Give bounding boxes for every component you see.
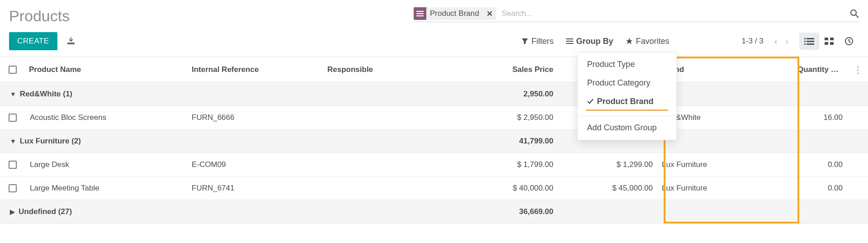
svg-line-4 xyxy=(856,15,859,18)
table-row[interactable]: Large Meeting Table FURN_6741 $ 40,000.0… xyxy=(0,176,868,200)
cell-cost: $ 45,000.00 xyxy=(559,184,658,193)
group-row[interactable]: ▼ Lux Furniture (2) 41,799.00 xyxy=(0,129,868,153)
svg-rect-18 xyxy=(830,42,834,45)
svg-rect-17 xyxy=(825,42,828,45)
filters-button[interactable]: Filters xyxy=(521,37,553,46)
cell-name: Large Desk xyxy=(25,160,188,169)
groupby-dropdown: Product Type Product Category Product Br… xyxy=(577,52,677,140)
group-sum-sales: 36,669.00 xyxy=(450,207,559,216)
search-icon[interactable] xyxy=(850,9,859,18)
col-qty-on-hand[interactable]: Quantity On Hand xyxy=(794,65,848,74)
cell-brand: Red&White xyxy=(658,113,794,122)
svg-rect-15 xyxy=(825,38,828,40)
svg-rect-5 xyxy=(67,43,75,44)
search-bar[interactable]: Product Brand ✕ xyxy=(414,7,859,22)
favorites-label: Favorites xyxy=(636,37,669,46)
view-kanban-icon[interactable] xyxy=(819,33,839,50)
group-row[interactable]: ▼ Red&White (1) 2,950.00 xyxy=(0,82,868,106)
cell-brand: Lux Furniture xyxy=(658,160,794,169)
svg-rect-1 xyxy=(416,13,424,14)
cell-brand: Lux Furniture xyxy=(658,184,794,193)
svg-rect-14 xyxy=(807,43,814,45)
cell-sales: $ 2,950.00 xyxy=(450,113,559,122)
view-list-icon[interactable] xyxy=(799,33,819,50)
cell-name: Large Meeting Table xyxy=(25,184,188,193)
cell-qty: 0.00 xyxy=(794,160,848,169)
facet-remove-icon[interactable]: ✕ xyxy=(483,9,496,19)
caret-right-icon: ▶ xyxy=(10,208,15,215)
pager-text: 1-3 / 3 xyxy=(741,37,763,46)
import-icon[interactable] xyxy=(66,37,75,45)
cell-ref: E-COM09 xyxy=(188,160,324,169)
cell-sales: $ 1,799.00 xyxy=(450,160,559,169)
groupby-option-product-type[interactable]: Product Type xyxy=(578,55,676,74)
page-title: Products xyxy=(9,7,70,25)
table-header: Product Name Internal Reference Responsi… xyxy=(0,57,868,82)
cell-sales: $ 40,000.00 xyxy=(450,184,559,193)
group-sum-sales: 41,799.00 xyxy=(450,137,559,146)
svg-rect-0 xyxy=(416,11,424,12)
view-activity-icon[interactable] xyxy=(839,33,859,50)
col-responsible[interactable]: Responsible xyxy=(324,65,450,74)
groupby-button[interactable]: Group By xyxy=(566,37,613,46)
groupby-facet-icon xyxy=(414,7,426,20)
table-row[interactable]: Large Desk E-COM09 $ 1,799.00 $ 1,299.00… xyxy=(0,153,868,176)
search-facet: Product Brand ✕ xyxy=(414,7,496,20)
svg-rect-13 xyxy=(804,43,806,45)
cell-cost: $ 1,299.00 xyxy=(559,160,658,169)
svg-rect-8 xyxy=(566,43,573,44)
cell-ref: FURN_6666 xyxy=(188,113,324,122)
svg-rect-7 xyxy=(566,41,573,42)
group-sum-sales: 2,950.00 xyxy=(450,90,559,99)
menu-divider xyxy=(578,115,676,116)
favorites-button[interactable]: Favorites xyxy=(626,37,669,46)
group-label: Undefined (27) xyxy=(19,207,72,216)
cell-name: Acoustic Bloc Screens xyxy=(25,113,188,122)
col-sales-price[interactable]: Sales Price xyxy=(450,65,559,74)
filters-label: Filters xyxy=(531,37,553,46)
groupby-option-product-category[interactable]: Product Category xyxy=(578,74,676,92)
col-internal-reference[interactable]: Internal Reference xyxy=(188,65,324,74)
facet-label: Product Brand xyxy=(426,9,483,18)
row-checkbox[interactable] xyxy=(0,114,25,122)
col-brand[interactable]: Brand xyxy=(658,65,794,74)
select-all-checkbox[interactable] xyxy=(0,66,25,74)
svg-rect-16 xyxy=(830,38,834,40)
search-input[interactable] xyxy=(499,7,846,20)
cell-ref: FURN_6741 xyxy=(188,184,324,193)
pager-next-icon[interactable]: › xyxy=(785,36,788,47)
group-label: Lux Furniture (2) xyxy=(20,137,81,146)
svg-rect-11 xyxy=(804,41,806,42)
pager-prev-icon[interactable]: ‹ xyxy=(774,36,778,47)
groupby-add-custom[interactable]: Add Custom Group xyxy=(578,119,676,137)
svg-rect-2 xyxy=(416,15,424,16)
row-checkbox[interactable] xyxy=(0,161,25,169)
svg-rect-12 xyxy=(807,41,814,42)
group-label: Red&White (1) xyxy=(20,90,72,99)
svg-rect-6 xyxy=(566,38,573,39)
table-row[interactable]: Acoustic Bloc Screens FURN_6666 $ 2,950.… xyxy=(0,106,868,129)
svg-rect-9 xyxy=(804,38,806,39)
cell-qty: 16.00 xyxy=(794,113,848,122)
column-options-icon[interactable]: ⋮ xyxy=(848,64,868,75)
caret-down-icon: ▼ xyxy=(10,91,16,98)
svg-point-3 xyxy=(851,10,856,15)
groupby-option-product-brand[interactable]: Product Brand xyxy=(578,92,676,113)
group-row[interactable]: ▶ Undefined (27) 36,669.00 xyxy=(0,200,868,224)
groupby-label: Group By xyxy=(576,37,613,46)
row-checkbox[interactable] xyxy=(0,184,25,192)
highlight-underline xyxy=(586,110,668,111)
groupby-option-label: Product Brand xyxy=(597,97,653,106)
products-table: Product Name Internal Reference Responsi… xyxy=(0,57,868,224)
caret-down-icon: ▼ xyxy=(10,138,16,145)
svg-rect-10 xyxy=(807,38,814,39)
col-product-name[interactable]: Product Name xyxy=(25,65,188,74)
create-button[interactable]: CREATE xyxy=(9,32,57,50)
cell-qty: 0.00 xyxy=(794,184,848,193)
check-icon xyxy=(587,98,594,105)
